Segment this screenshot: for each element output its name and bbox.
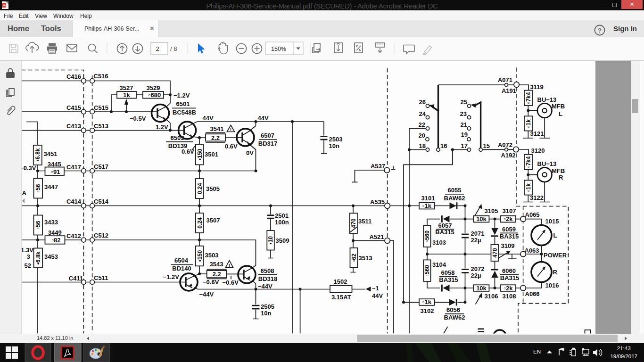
svg-text:L: L xyxy=(559,110,562,117)
svg-text:20: 20 xyxy=(419,132,425,139)
svg-text:3104: 3104 xyxy=(432,261,446,268)
svg-text:10n: 10n xyxy=(329,142,339,149)
svg-text:−1.3V: −1.3V xyxy=(17,247,34,254)
svg-text:52: 52 xyxy=(25,262,31,269)
svg-text:3449: 3449 xyxy=(48,229,62,236)
svg-text:BA315: BA315 xyxy=(500,274,519,281)
svg-text:25: 25 xyxy=(461,99,467,106)
svg-text:A072: A072 xyxy=(498,141,512,148)
svg-text:3501: 3501 xyxy=(205,151,218,158)
svg-text:3105: 3105 xyxy=(485,207,498,214)
svg-text:/ 8: / 8 xyxy=(170,45,177,52)
svg-text:3121: 3121 xyxy=(530,130,544,137)
svg-text:A066: A066 xyxy=(525,290,540,297)
svg-text:C514: C514 xyxy=(94,198,109,205)
svg-text:3120: 3120 xyxy=(531,147,545,154)
svg-text:3107: 3107 xyxy=(503,207,516,214)
svg-text:3102: 3102 xyxy=(421,307,434,314)
svg-text:•6.8k: •6.8k xyxy=(34,148,41,161)
svg-text:3445: 3445 xyxy=(48,161,61,168)
svg-text:C413: C413 xyxy=(66,123,81,130)
svg-text:A535: A535 xyxy=(370,198,385,206)
svg-text:3527: 3527 xyxy=(120,84,133,91)
svg-text:A065: A065 xyxy=(525,211,540,218)
svg-text:470: 470 xyxy=(350,218,357,228)
svg-text:3507: 3507 xyxy=(206,217,220,224)
svg-text:3433: 3433 xyxy=(44,219,58,226)
svg-text:−0.6V: −0.6V xyxy=(223,279,239,286)
svg-text:2072: 2072 xyxy=(471,265,485,272)
svg-text:3119: 3119 xyxy=(530,83,544,90)
svg-text:15: 15 xyxy=(483,142,490,149)
svg-text:0.24: 0.24 xyxy=(197,217,203,229)
svg-text:POWER: POWER xyxy=(544,252,567,259)
svg-text:22: 22 xyxy=(419,121,425,128)
svg-text:BU−13: BU−13 xyxy=(537,96,557,103)
svg-text:A071: A071 xyxy=(498,76,512,83)
svg-text:▫56: ▫56 xyxy=(35,184,41,192)
svg-text:L: L xyxy=(553,232,557,239)
svg-text:C512: C512 xyxy=(94,232,108,239)
svg-text:24: 24 xyxy=(419,110,426,117)
svg-text:3447: 3447 xyxy=(44,183,58,190)
svg-text:C414: C414 xyxy=(66,198,82,205)
svg-text:3106: 3106 xyxy=(485,293,498,300)
svg-text:0.24: 0.24 xyxy=(197,183,203,194)
svg-text:C516: C516 xyxy=(94,73,108,80)
svg-text:▫560: ▫560 xyxy=(424,230,430,242)
svg-text:10k: 10k xyxy=(476,285,487,292)
svg-text:6058: 6058 xyxy=(441,269,455,276)
svg-text:10n: 10n xyxy=(261,310,271,317)
svg-text:BD318: BD318 xyxy=(258,275,277,282)
svg-text:3103: 3103 xyxy=(432,239,446,246)
svg-text:6508: 6508 xyxy=(261,267,274,274)
svg-text:19: 19 xyxy=(461,131,468,138)
svg-text:?: ? xyxy=(598,27,602,34)
svg-text:C415: C415 xyxy=(66,104,81,111)
svg-text:BAW62: BAW62 xyxy=(444,314,465,321)
svg-text:BAW62: BAW62 xyxy=(444,195,465,202)
svg-text:3122: 3122 xyxy=(530,194,544,201)
svg-text:▫82: ▫82 xyxy=(51,237,60,244)
svg-text:0V: 0V xyxy=(246,149,254,156)
svg-text:▫56: ▫56 xyxy=(35,221,41,229)
svg-text:6059: 6059 xyxy=(502,226,516,233)
svg-text:!: ! xyxy=(230,127,231,132)
svg-text:23: 23 xyxy=(460,110,467,117)
svg-text:BU−13: BU−13 xyxy=(537,160,557,167)
svg-text:3513: 3513 xyxy=(359,255,372,262)
svg-text:44V: 44V xyxy=(257,115,268,122)
svg-text:A191: A191 xyxy=(502,87,516,94)
svg-text:−0.5V: −0.5V xyxy=(130,115,146,122)
svg-text:30A: 30A xyxy=(15,189,26,197)
svg-text:3109: 3109 xyxy=(501,242,515,249)
svg-text:10k: 10k xyxy=(476,215,487,222)
svg-text:6501: 6501 xyxy=(176,100,190,107)
svg-text:3529: 3529 xyxy=(147,84,160,91)
svg-text:BC548B: BC548B xyxy=(173,109,196,116)
svg-text:C515: C515 xyxy=(94,104,108,111)
svg-text:▫680: ▫680 xyxy=(149,91,161,99)
svg-text:3451: 3451 xyxy=(44,150,58,157)
svg-text:21: 21 xyxy=(461,121,467,128)
svg-text:C511: C511 xyxy=(94,274,108,281)
svg-text:3: 3 xyxy=(27,253,30,260)
svg-text:2.2: 2.2 xyxy=(211,134,220,141)
svg-text:2501: 2501 xyxy=(275,212,289,219)
svg-text:−44V: −44V xyxy=(258,283,272,290)
svg-text:MFB: MFB xyxy=(552,167,565,174)
svg-text:3101: 3101 xyxy=(421,195,435,202)
svg-text:BA315: BA315 xyxy=(435,229,454,236)
svg-text:3.15AT: 3.15AT xyxy=(331,294,351,301)
svg-text:A192: A192 xyxy=(501,152,515,159)
svg-text:BD317: BD317 xyxy=(258,140,277,147)
svg-text:▫560: ▫560 xyxy=(424,265,430,277)
svg-text:470: 470 xyxy=(492,248,498,258)
svg-text:1k: 1k xyxy=(123,91,130,99)
svg-text:6056: 6056 xyxy=(446,306,460,313)
svg-text:100n: 100n xyxy=(275,219,289,226)
svg-text:−1: −1 xyxy=(372,285,379,292)
svg-text:MFB: MFB xyxy=(552,103,565,110)
svg-text:A063: A063 xyxy=(525,247,539,254)
svg-text:•6.8k: •6.8k xyxy=(35,251,41,264)
